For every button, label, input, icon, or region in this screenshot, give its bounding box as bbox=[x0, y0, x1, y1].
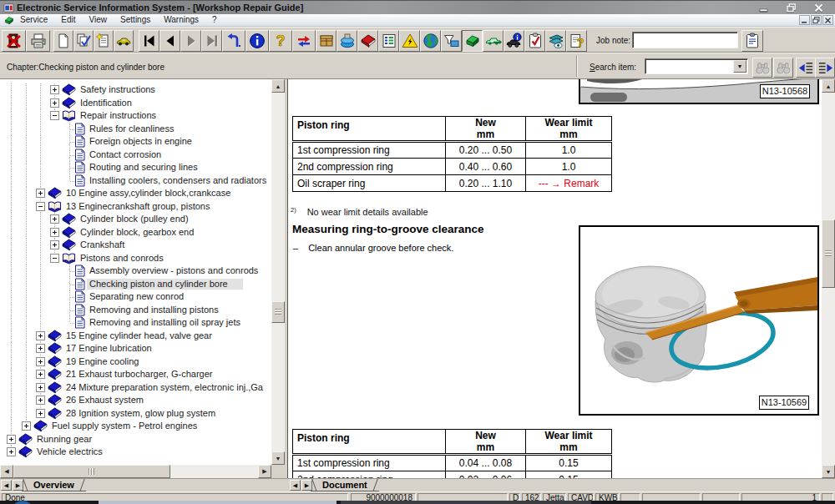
tree-item-label[interactable]: Crankshaft bbox=[78, 239, 127, 250]
green-car-button[interactable] bbox=[483, 30, 504, 52]
menu-[interactable]: ? bbox=[205, 14, 224, 27]
car-button[interactable] bbox=[114, 30, 134, 52]
menu-warnings[interactable]: Warnings bbox=[157, 14, 205, 27]
tree-item[interactable]: Contact corrosion bbox=[2, 149, 271, 162]
tree-item-label[interactable]: Checking piston and cylinder bore bbox=[87, 279, 243, 290]
tree-item-label[interactable]: Running gear bbox=[34, 434, 94, 445]
overview-tab-scroll-right[interactable]: ▶ bbox=[13, 480, 23, 491]
tree-vertical-scrollbar[interactable] bbox=[271, 79, 285, 465]
tree-item-label[interactable]: 26 Exhaust system bbox=[63, 395, 146, 406]
search-item-input[interactable] bbox=[646, 60, 730, 73]
tree-item-label[interactable]: Separating new conrod bbox=[87, 291, 186, 302]
nav-first-button[interactable] bbox=[139, 30, 159, 52]
menu-view[interactable]: View bbox=[83, 14, 114, 27]
expand-icon[interactable] bbox=[36, 189, 45, 198]
tree-item[interactable]: Assembly overview - pistons and conrods bbox=[2, 265, 271, 278]
expand-icon[interactable] bbox=[50, 228, 59, 237]
search-up-button[interactable] bbox=[773, 58, 793, 78]
tree-item-label[interactable]: Cylinder block, gearbox end bbox=[78, 227, 196, 238]
menu-service[interactable]: Service bbox=[13, 14, 54, 27]
tree-item-label[interactable]: Rules for cleanliness bbox=[87, 123, 177, 134]
tree-item-label[interactable]: Installing coolers, condensers and radia… bbox=[87, 175, 269, 186]
tree-item[interactable]: Safety instructions bbox=[2, 83, 271, 97]
info-button[interactable] bbox=[245, 30, 269, 52]
tree-item-label[interactable]: 28 Ignition system, glow plug system bbox=[63, 408, 218, 419]
tree-horizontal-scrollbar-thumb[interactable] bbox=[13, 465, 170, 478]
tree-scroll-down-button[interactable]: ▼ bbox=[271, 451, 285, 465]
tree-item[interactable]: 17 Engine lubrication bbox=[2, 342, 271, 355]
tree-item-label[interactable]: Fuel supply system - Petrol engines bbox=[49, 421, 200, 431]
funnel-button[interactable] bbox=[441, 30, 462, 52]
next-document-button[interactable] bbox=[815, 58, 835, 78]
red-book-button[interactable] bbox=[357, 30, 378, 52]
tree-item[interactable]: 26 Exhaust system bbox=[2, 394, 271, 407]
expand-icon[interactable] bbox=[36, 396, 45, 405]
tree-item[interactable]: 10 Engine assy,cylinder block,crankcase bbox=[2, 187, 271, 200]
tree-item-label[interactable]: Safety instructions bbox=[78, 84, 158, 95]
previous-document-button[interactable] bbox=[796, 58, 816, 78]
tree-item[interactable]: 13 Enginecrankshaft group, pistons bbox=[2, 200, 271, 214]
document-scroll-down-button[interactable]: ▼ bbox=[822, 465, 835, 478]
tree-scroll-left-button[interactable]: ◀ bbox=[0, 465, 13, 478]
expand-icon[interactable] bbox=[50, 214, 59, 224]
tree-item[interactable]: 15 Engine cylinder head, valve gear bbox=[2, 330, 271, 343]
globe-button[interactable] bbox=[420, 30, 441, 52]
document-vertical-scrollbar-thumb[interactable] bbox=[822, 219, 835, 288]
search-down-button[interactable] bbox=[752, 58, 772, 78]
tree-item-label[interactable]: Cylinder block (pulley end) bbox=[78, 214, 191, 224]
list-button[interactable] bbox=[378, 30, 399, 52]
menu-settings[interactable]: Settings bbox=[114, 14, 157, 27]
expand-icon[interactable] bbox=[36, 331, 45, 340]
document-scroll-up-button[interactable]: ▲ bbox=[822, 79, 835, 93]
tree-item[interactable]: Repair instructions bbox=[2, 109, 271, 123]
expand-icon[interactable] bbox=[36, 357, 45, 366]
overview-tab-scroll-left[interactable]: ◀ bbox=[1, 480, 12, 491]
tab-overview[interactable]: Overview bbox=[30, 479, 78, 491]
job-note-button[interactable] bbox=[741, 30, 763, 52]
tree-item[interactable]: Identification bbox=[2, 97, 271, 110]
expand-icon[interactable] bbox=[50, 98, 59, 108]
mdi-close-button[interactable] bbox=[822, 15, 833, 25]
collapse-icon[interactable] bbox=[50, 111, 59, 120]
clipboard-check-button[interactable] bbox=[524, 30, 545, 52]
copy-check-button[interactable] bbox=[73, 30, 94, 52]
expand-icon[interactable] bbox=[22, 421, 31, 431]
new-note-button[interactable] bbox=[94, 30, 114, 52]
tree-item[interactable]: Cylinder block, gearbox end bbox=[2, 226, 271, 239]
tree-item[interactable]: Removing and installing oil spray jets bbox=[2, 316, 271, 330]
nav-prev-button[interactable] bbox=[159, 30, 180, 52]
expand-icon[interactable] bbox=[50, 85, 59, 94]
hazard-button[interactable] bbox=[399, 30, 420, 52]
taskbar-button[interactable] bbox=[341, 501, 591, 504]
help-button[interactable] bbox=[269, 30, 292, 52]
tree-vertical-scrollbar-thumb[interactable] bbox=[271, 301, 285, 323]
job-note-input[interactable] bbox=[632, 32, 738, 48]
return-button[interactable] bbox=[222, 30, 245, 52]
expand-icon[interactable] bbox=[7, 435, 16, 444]
tree-item-label[interactable]: Removing and installing pistons bbox=[87, 305, 221, 315]
tree-item-label[interactable]: 21 Exhaust turbocharger, G-charger bbox=[63, 369, 215, 380]
tree-item-label[interactable]: 13 Enginecrankshaft group, pistons bbox=[63, 201, 212, 212]
taskbar-button[interactable] bbox=[99, 501, 337, 504]
new-doc-button[interactable] bbox=[53, 30, 73, 52]
tree-item[interactable]: 24 Mixture preparation system, electroni… bbox=[2, 381, 271, 395]
tree-item-label[interactable]: Removing and installing oil spray jets bbox=[87, 317, 243, 328]
tree-item-label[interactable]: 17 Engine lubrication bbox=[63, 343, 154, 354]
minimize-button[interactable] bbox=[753, 2, 773, 14]
car-info-button[interactable] bbox=[504, 30, 524, 52]
package-button[interactable] bbox=[316, 30, 337, 52]
tree-item[interactable]: Fuel supply system - Petrol engines bbox=[2, 420, 271, 433]
expand-icon[interactable] bbox=[7, 447, 16, 456]
tree-item-label[interactable]: Vehicle electrics bbox=[34, 446, 105, 457]
expand-icon[interactable] bbox=[36, 383, 45, 392]
tree-item-label[interactable]: 10 Engine assy,cylinder block,crankcase bbox=[63, 188, 233, 199]
tree-item[interactable]: Removing and installing pistons bbox=[2, 304, 271, 317]
document-tab-scroll-left[interactable]: ◀ bbox=[290, 480, 301, 491]
swap-arrows-button[interactable] bbox=[292, 30, 316, 52]
green-bar-button[interactable] bbox=[462, 30, 483, 52]
print-button[interactable] bbox=[26, 30, 50, 52]
tree-item[interactable]: Pistons and conrods bbox=[2, 252, 271, 265]
tree-item-label[interactable]: Foreign objects in engine bbox=[87, 136, 195, 147]
nav-last-button[interactable] bbox=[201, 30, 222, 52]
mdi-minimize-button[interactable] bbox=[799, 15, 810, 25]
